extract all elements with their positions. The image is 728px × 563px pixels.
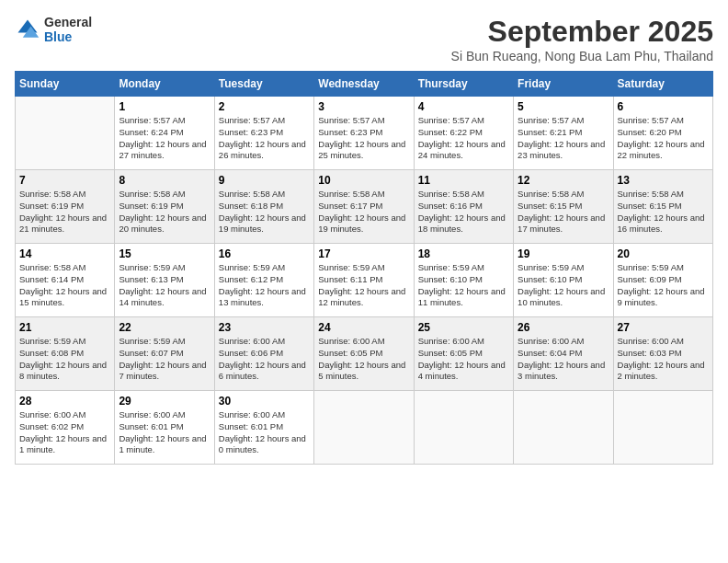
day-number: 1: [119, 100, 210, 113]
calendar-cell: 2 Sunrise: 5:57 AMSunset: 6:23 PMDayligh…: [214, 97, 313, 170]
day-info: Sunrise: 5:57 AMSunset: 6:20 PMDaylight:…: [618, 115, 709, 162]
week-row-2: 7 Sunrise: 5:58 AMSunset: 6:19 PMDayligh…: [16, 170, 713, 244]
day-number: 17: [318, 247, 409, 260]
day-number: 26: [518, 321, 609, 334]
calendar-cell: 30 Sunrise: 6:00 AMSunset: 6:01 PMDaylig…: [214, 391, 313, 465]
calendar-cell: 4 Sunrise: 5:57 AMSunset: 6:22 PMDayligh…: [414, 97, 513, 170]
calendar-cell: 28 Sunrise: 6:00 AMSunset: 6:02 PMDaylig…: [16, 391, 115, 465]
calendar-cell: 29 Sunrise: 6:00 AMSunset: 6:01 PMDaylig…: [115, 391, 214, 465]
day-number: 9: [219, 174, 310, 187]
day-info: Sunrise: 6:00 AMSunset: 6:05 PMDaylight:…: [418, 336, 509, 383]
week-row-5: 28 Sunrise: 6:00 AMSunset: 6:02 PMDaylig…: [16, 391, 713, 465]
day-number: 8: [119, 174, 210, 187]
day-info: Sunrise: 5:59 AMSunset: 6:10 PMDaylight:…: [418, 262, 509, 309]
calendar-cell: 3 Sunrise: 5:57 AMSunset: 6:23 PMDayligh…: [314, 97, 414, 170]
day-info: Sunrise: 5:57 AMSunset: 6:23 PMDaylight:…: [219, 115, 310, 162]
day-info: Sunrise: 5:58 AMSunset: 6:17 PMDaylight:…: [318, 189, 409, 236]
day-number: 21: [19, 321, 110, 334]
calendar-cell: 13 Sunrise: 5:58 AMSunset: 6:15 PMDaylig…: [613, 170, 712, 244]
day-number: 24: [318, 321, 409, 334]
calendar-cell: 16 Sunrise: 5:59 AMSunset: 6:12 PMDaylig…: [214, 244, 313, 317]
calendar-cell: 17 Sunrise: 5:59 AMSunset: 6:11 PMDaylig…: [314, 244, 414, 317]
day-number: 2: [219, 100, 310, 113]
calendar-cell: 26 Sunrise: 6:00 AMSunset: 6:04 PMDaylig…: [514, 317, 613, 391]
calendar-cell: 19 Sunrise: 5:59 AMSunset: 6:10 PMDaylig…: [514, 244, 613, 317]
day-info: Sunrise: 5:58 AMSunset: 6:19 PMDaylight:…: [119, 189, 210, 236]
day-info: Sunrise: 5:59 AMSunset: 6:10 PMDaylight:…: [518, 262, 609, 309]
day-number: 20: [618, 247, 709, 260]
day-info: Sunrise: 6:00 AMSunset: 6:01 PMDaylight:…: [119, 409, 210, 456]
day-number: 7: [19, 174, 110, 187]
week-row-3: 14 Sunrise: 5:58 AMSunset: 6:14 PMDaylig…: [16, 244, 713, 317]
day-info: Sunrise: 6:00 AMSunset: 6:01 PMDaylight:…: [219, 409, 310, 456]
day-number: 16: [219, 247, 310, 260]
day-info: Sunrise: 6:00 AMSunset: 6:04 PMDaylight:…: [518, 336, 609, 383]
day-number: 11: [418, 174, 509, 187]
calendar-cell: 25 Sunrise: 6:00 AMSunset: 6:05 PMDaylig…: [414, 317, 513, 391]
calendar-cell: 20 Sunrise: 5:59 AMSunset: 6:09 PMDaylig…: [613, 244, 712, 317]
calendar-cell: [514, 391, 613, 465]
week-row-4: 21 Sunrise: 5:59 AMSunset: 6:08 PMDaylig…: [16, 317, 713, 391]
day-number: 6: [618, 100, 709, 113]
day-info: Sunrise: 5:59 AMSunset: 6:12 PMDaylight:…: [219, 262, 310, 309]
weekday-header-friday: Friday: [514, 72, 613, 97]
day-info: Sunrise: 5:58 AMSunset: 6:16 PMDaylight:…: [418, 189, 509, 236]
day-info: Sunrise: 5:58 AMSunset: 6:15 PMDaylight:…: [618, 189, 709, 236]
calendar-cell: 21 Sunrise: 5:59 AMSunset: 6:08 PMDaylig…: [16, 317, 115, 391]
day-number: 15: [119, 247, 210, 260]
day-number: 28: [19, 395, 110, 408]
calendar-cell: 5 Sunrise: 5:57 AMSunset: 6:21 PMDayligh…: [514, 97, 613, 170]
calendar-cell: 24 Sunrise: 6:00 AMSunset: 6:05 PMDaylig…: [314, 317, 414, 391]
weekday-header-tuesday: Tuesday: [214, 72, 313, 97]
calendar-cell: 10 Sunrise: 5:58 AMSunset: 6:17 PMDaylig…: [314, 170, 414, 244]
logo-icon: [15, 17, 40, 42]
day-number: 3: [318, 100, 409, 113]
day-number: 14: [19, 247, 110, 260]
weekday-header-monday: Monday: [115, 72, 214, 97]
calendar-cell: [414, 391, 513, 465]
calendar-cell: [314, 391, 414, 465]
day-info: Sunrise: 5:59 AMSunset: 6:13 PMDaylight:…: [119, 262, 210, 309]
day-number: 23: [219, 321, 310, 334]
calendar-cell: 14 Sunrise: 5:58 AMSunset: 6:14 PMDaylig…: [16, 244, 115, 317]
day-number: 4: [418, 100, 509, 113]
month-title: September 2025: [451, 15, 713, 49]
day-info: Sunrise: 6:00 AMSunset: 6:02 PMDaylight:…: [19, 409, 110, 456]
logo-general: General: [44, 15, 92, 29]
calendar-cell: 12 Sunrise: 5:58 AMSunset: 6:15 PMDaylig…: [514, 170, 613, 244]
day-info: Sunrise: 6:00 AMSunset: 6:03 PMDaylight:…: [618, 336, 709, 383]
weekday-header-sunday: Sunday: [16, 72, 115, 97]
weekday-header-wednesday: Wednesday: [314, 72, 414, 97]
day-number: 30: [219, 395, 310, 408]
calendar-cell: 22 Sunrise: 5:59 AMSunset: 6:07 PMDaylig…: [115, 317, 214, 391]
calendar-cell: 23 Sunrise: 6:00 AMSunset: 6:06 PMDaylig…: [214, 317, 313, 391]
day-info: Sunrise: 5:58 AMSunset: 6:19 PMDaylight:…: [19, 189, 110, 236]
calendar-cell: 15 Sunrise: 5:59 AMSunset: 6:13 PMDaylig…: [115, 244, 214, 317]
page-header: General Blue September 2025 Si Bun Ruean…: [15, 15, 713, 63]
calendar-cell: 11 Sunrise: 5:58 AMSunset: 6:16 PMDaylig…: [414, 170, 513, 244]
day-number: 19: [518, 247, 609, 260]
day-info: Sunrise: 5:58 AMSunset: 6:15 PMDaylight:…: [518, 189, 609, 236]
calendar-cell: [613, 391, 712, 465]
logo-blue: Blue: [44, 29, 92, 44]
day-number: 12: [518, 174, 609, 187]
calendar-cell: 6 Sunrise: 5:57 AMSunset: 6:20 PMDayligh…: [613, 97, 712, 170]
day-number: 10: [318, 174, 409, 187]
calendar-cell: [16, 97, 115, 170]
calendar-table: SundayMondayTuesdayWednesdayThursdayFrid…: [15, 71, 713, 465]
day-info: Sunrise: 5:59 AMSunset: 6:11 PMDaylight:…: [318, 262, 409, 309]
calendar-cell: 7 Sunrise: 5:58 AMSunset: 6:19 PMDayligh…: [16, 170, 115, 244]
logo: General Blue: [15, 15, 92, 44]
day-number: 27: [618, 321, 709, 334]
day-info: Sunrise: 5:57 AMSunset: 6:21 PMDaylight:…: [518, 115, 609, 162]
calendar-cell: 27 Sunrise: 6:00 AMSunset: 6:03 PMDaylig…: [613, 317, 712, 391]
location-subtitle: Si Bun Rueang, Nong Bua Lam Phu, Thailan…: [451, 49, 713, 63]
logo-text: General Blue: [44, 15, 92, 44]
day-info: Sunrise: 6:00 AMSunset: 6:06 PMDaylight:…: [219, 336, 310, 383]
day-number: 29: [119, 395, 210, 408]
day-number: 5: [518, 100, 609, 113]
day-info: Sunrise: 5:57 AMSunset: 6:22 PMDaylight:…: [418, 115, 509, 162]
title-section: September 2025 Si Bun Rueang, Nong Bua L…: [451, 15, 713, 63]
day-info: Sunrise: 5:57 AMSunset: 6:23 PMDaylight:…: [318, 115, 409, 162]
calendar-cell: 1 Sunrise: 5:57 AMSunset: 6:24 PMDayligh…: [115, 97, 214, 170]
